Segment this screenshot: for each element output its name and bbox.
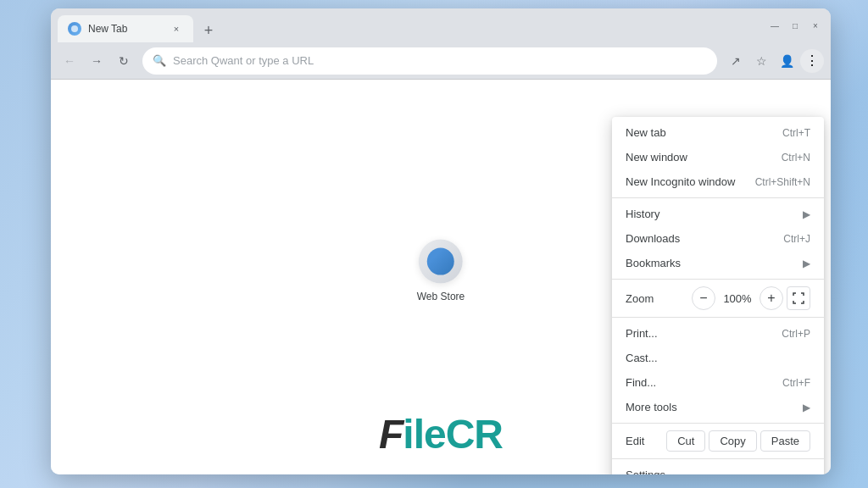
menu-item-find[interactable]: Find... Ctrl+F	[612, 370, 824, 395]
filecr-watermark: FileCR	[379, 411, 503, 458]
divider-3	[612, 317, 824, 318]
zoom-label: Zoom	[626, 292, 692, 305]
title-bar: New Tab × + — □ ×	[51, 8, 831, 42]
web-store-shortcut[interactable]: Web Store	[417, 240, 465, 302]
more-tools-arrow-icon: ▶	[803, 402, 810, 413]
web-store-label: Web Store	[417, 291, 465, 302]
copy-button[interactable]: Copy	[709, 430, 756, 452]
browser-content: Web Store FileCR New tab Ctrl+T New wind…	[51, 80, 831, 474]
menu-item-bookmarks-label: Bookmarks	[626, 257, 796, 269]
profile-button[interactable]: 👤	[775, 49, 798, 73]
menu-item-downloads[interactable]: Downloads Ctrl+J	[612, 226, 824, 251]
menu-item-new-tab-shortcut: Ctrl+T	[782, 127, 810, 139]
menu-item-history-label: History	[626, 208, 796, 220]
menu-item-history[interactable]: History ▶	[612, 202, 824, 226]
zoom-plus-button[interactable]: +	[760, 286, 783, 310]
menu-item-print-shortcut: Ctrl+P	[782, 328, 810, 340]
menu-item-settings-label: Settings	[626, 469, 810, 474]
context-menu: New tab Ctrl+T New window Ctrl+N New Inc…	[612, 117, 824, 474]
share-button[interactable]: ↗	[724, 49, 748, 73]
zoom-fullscreen-button[interactable]	[787, 286, 810, 310]
menu-item-bookmarks[interactable]: Bookmarks ▶	[612, 251, 824, 275]
web-store-icon-inner	[427, 248, 454, 275]
menu-item-downloads-shortcut: Ctrl+J	[783, 233, 810, 245]
new-tab-button[interactable]: +	[197, 19, 220, 42]
menu-item-print[interactable]: Print... Ctrl+P	[612, 321, 824, 346]
tab-close-button[interactable]: ×	[170, 22, 183, 36]
menu-item-cast-label: Cast...	[626, 352, 810, 364]
menu-button[interactable]: ⋮	[800, 49, 824, 73]
address-actions: ↗ ☆ 👤 ⋮	[724, 49, 824, 73]
menu-item-incognito-label: New Incognito window	[626, 175, 755, 188]
menu-item-find-shortcut: Ctrl+F	[782, 377, 810, 389]
menu-item-incognito-shortcut: Ctrl+Shift+N	[755, 176, 810, 188]
zoom-value: 100%	[719, 292, 756, 305]
address-bar: ← → ↻ 🔍 Search Qwant or type a URL ↗ ☆ 👤…	[51, 42, 831, 80]
forward-button[interactable]: →	[85, 49, 108, 73]
bookmark-button[interactable]: ☆	[749, 49, 773, 73]
paste-button[interactable]: Paste	[760, 430, 810, 452]
menu-item-new-window-shortcut: Ctrl+N	[782, 152, 810, 164]
menu-item-more-tools-label: More tools	[626, 401, 796, 413]
tab-favicon	[68, 22, 81, 36]
menu-item-new-window[interactable]: New window Ctrl+N	[612, 145, 824, 169]
close-button[interactable]: ×	[810, 20, 821, 30]
cut-button[interactable]: Cut	[666, 430, 705, 452]
menu-item-find-label: Find...	[626, 376, 782, 389]
divider-2	[612, 279, 824, 280]
menu-item-settings[interactable]: Settings	[612, 463, 824, 474]
history-arrow-icon: ▶	[803, 208, 810, 220]
menu-item-downloads-label: Downloads	[626, 232, 783, 245]
tab-title: New Tab	[88, 23, 163, 35]
menu-item-cast[interactable]: Cast...	[612, 346, 824, 370]
divider-1	[612, 197, 824, 198]
reload-button[interactable]: ↻	[112, 49, 136, 73]
menu-item-new-tab[interactable]: New tab Ctrl+T	[612, 120, 824, 145]
back-button[interactable]: ←	[58, 49, 81, 73]
filecr-rest: ileCR	[403, 412, 503, 457]
bookmarks-arrow-icon: ▶	[803, 258, 810, 269]
address-input[interactable]: 🔍 Search Qwant or type a URL	[142, 47, 717, 75]
menu-item-more-tools[interactable]: More tools ▶	[612, 395, 824, 419]
web-store-icon	[419, 240, 463, 284]
edit-row: Edit Cut Copy Paste	[612, 427, 824, 455]
filecr-f-letter: F	[379, 412, 403, 457]
maximize-button[interactable]: □	[790, 20, 800, 30]
browser-window: New Tab × + — □ × ← → ↻ 🔍 Search Qwant o…	[51, 8, 831, 474]
divider-4	[612, 423, 824, 424]
menu-item-incognito[interactable]: New Incognito window Ctrl+Shift+N	[612, 169, 824, 194]
menu-item-print-label: Print...	[626, 327, 782, 340]
tab-area: New Tab × +	[58, 8, 770, 42]
menu-item-new-tab-label: New tab	[626, 126, 782, 139]
zoom-row: Zoom − 100% +	[612, 283, 824, 313]
address-placeholder: Search Qwant or type a URL	[173, 54, 314, 67]
menu-item-new-window-label: New window	[626, 151, 782, 164]
search-icon: 🔍	[153, 54, 166, 67]
active-tab[interactable]: New Tab ×	[58, 15, 193, 42]
window-controls: — □ ×	[770, 20, 824, 30]
edit-label: Edit	[626, 435, 663, 447]
minimize-button[interactable]: —	[770, 20, 780, 30]
divider-5	[612, 458, 824, 459]
zoom-minus-button[interactable]: −	[692, 286, 715, 310]
zoom-controls: − 100% +	[692, 286, 810, 310]
